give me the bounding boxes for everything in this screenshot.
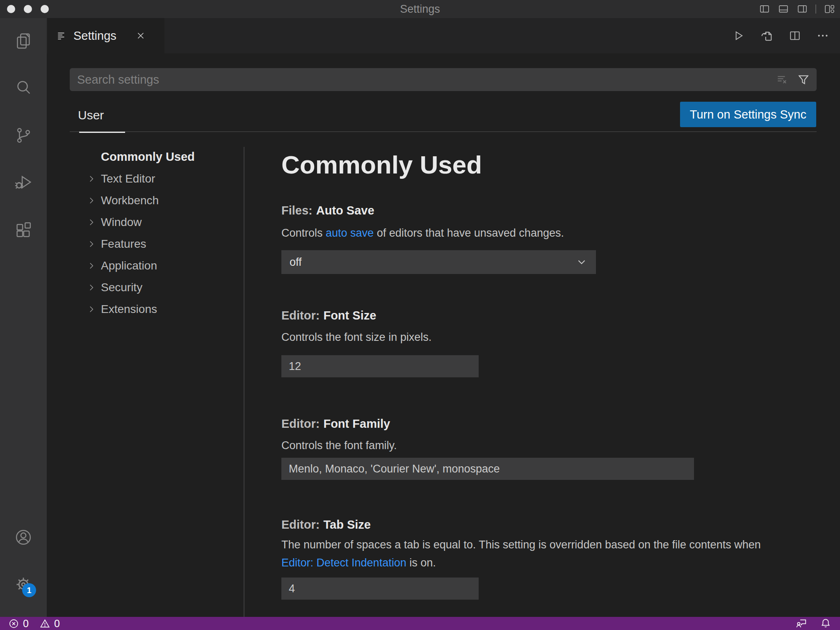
status-bar: 0 0 — [0, 617, 840, 630]
setting-label-tab-size: Editor:Tab Size — [281, 517, 819, 532]
toc-item-window[interactable]: Window — [70, 211, 242, 233]
search-view-icon[interactable] — [14, 78, 33, 97]
settings-badge: 1 — [22, 583, 36, 597]
chevron-right-icon — [86, 217, 97, 228]
toc-item-label: Extensions — [101, 303, 157, 316]
setting-label-auto-save: Files:Auto Save — [281, 203, 819, 218]
close-tab-icon[interactable] — [135, 30, 146, 41]
more-actions-icon[interactable] — [816, 29, 829, 42]
desc-text: Controls — [281, 227, 326, 239]
active-scope-underline — [79, 132, 125, 133]
setting-name: Font Family — [323, 417, 390, 430]
split-editor-icon[interactable] — [788, 29, 801, 42]
settings-gear-icon[interactable]: 1 — [14, 575, 33, 594]
chevron-right-icon — [86, 282, 97, 293]
activity-bar: 1 — [0, 18, 47, 617]
toc-item-label: Security — [101, 281, 142, 294]
setting-desc-auto-save: Controls auto save of editors that have … — [281, 226, 819, 240]
toc-item-features[interactable]: Features — [70, 233, 242, 255]
setting-desc-font-family: Controls the font family. — [281, 438, 819, 453]
setting-name: Font Size — [323, 309, 376, 322]
toc-item-label: Text Editor — [101, 172, 155, 185]
notifications-bell-icon[interactable] — [819, 617, 832, 630]
toc-item-label: Window — [101, 216, 142, 229]
search-settings-box — [70, 68, 817, 91]
setting-desc-font-size: Controls the font size in pixels. — [281, 330, 819, 345]
warnings-count: 0 — [54, 618, 60, 630]
setting-category: Editor: — [281, 309, 320, 322]
chevron-right-icon — [86, 195, 97, 206]
turn-on-settings-sync-button[interactable]: Turn on Settings Sync — [680, 102, 816, 127]
page-title: Commonly Used — [281, 150, 819, 180]
chevron-right-icon — [86, 304, 97, 315]
run-settings-icon[interactable] — [732, 29, 745, 42]
toc-content-divider — [244, 147, 244, 617]
auto-save-value: off — [290, 256, 302, 269]
clear-settings-search-icon[interactable] — [776, 73, 789, 86]
errors-count: 0 — [23, 618, 29, 630]
toc-item-label: Workbench — [101, 194, 159, 207]
setting-label-font-size: Editor:Font Size — [281, 308, 819, 323]
extensions-icon[interactable] — [14, 221, 33, 240]
titlebar: Settings — [0, 0, 840, 18]
explorer-icon[interactable] — [14, 32, 33, 50]
setting-category: Files: — [281, 204, 313, 217]
scope-tab-user[interactable]: User — [78, 98, 104, 132]
source-control-icon[interactable] — [14, 126, 33, 145]
toc-item-extensions[interactable]: Extensions — [70, 298, 242, 320]
problems-status[interactable]: 0 0 — [8, 618, 60, 630]
chevron-right-icon — [86, 260, 97, 271]
toc-item-label: Features — [101, 237, 146, 251]
titlebar-separator — [815, 5, 816, 14]
run-debug-icon[interactable] — [14, 173, 33, 192]
font-family-input[interactable] — [281, 458, 694, 480]
setting-name: Tab Size — [323, 518, 371, 531]
search-settings-input[interactable] — [76, 73, 776, 87]
tab-settings[interactable]: Settings — [47, 18, 164, 53]
setting-category: Editor: — [281, 518, 320, 531]
toc-item-text-editor[interactable]: Text Editor — [70, 168, 242, 189]
toggle-secondary-sidebar-icon[interactable] — [797, 3, 808, 15]
toc-item-commonly-used[interactable]: Commonly Used — [70, 146, 242, 168]
settings-content: Commonly Used Files:Auto Save Controls a… — [281, 132, 819, 617]
setting-label-font-family: Editor:Font Family — [281, 416, 819, 431]
setting-category: Editor: — [281, 417, 320, 430]
desc-text: The number of spaces a tab is equal to. … — [281, 539, 761, 551]
toc-item-label: Application — [101, 259, 157, 272]
detect-indentation-link[interactable]: Editor: Detect Indentation — [281, 557, 406, 569]
toc-item-application[interactable]: Application — [70, 255, 242, 276]
tab-strip: Settings — [47, 18, 840, 53]
filter-settings-icon[interactable] — [797, 73, 810, 86]
setting-desc-tab-size: The number of spaces a tab is equal to. … — [281, 536, 774, 572]
toc-item-label: Commonly Used — [101, 150, 195, 164]
chevron-down-icon — [575, 256, 588, 268]
chevron-right-icon — [86, 239, 97, 249]
auto-save-dropdown[interactable]: off — [281, 250, 596, 274]
warnings-icon — [39, 618, 50, 629]
open-settings-json-icon[interactable] — [760, 29, 774, 43]
settings-editor-icon — [56, 30, 67, 41]
customize-layout-icon[interactable] — [824, 3, 835, 15]
window-title: Settings — [0, 0, 840, 18]
desc-text: is on. — [406, 557, 436, 569]
account-icon[interactable] — [14, 528, 33, 547]
errors-icon — [8, 618, 19, 629]
sync-button-label: Turn on Settings Sync — [690, 108, 806, 121]
feedback-icon[interactable] — [795, 617, 807, 630]
toggle-primary-sidebar-icon[interactable] — [759, 3, 770, 15]
toc-item-workbench[interactable]: Workbench — [70, 189, 242, 211]
tab-size-input[interactable] — [281, 578, 479, 600]
settings-scope-row: User Turn on Settings Sync — [70, 98, 817, 132]
desc-text: of editors that have unsaved changes. — [374, 227, 564, 239]
font-size-input[interactable] — [281, 355, 479, 377]
chevron-right-icon — [86, 173, 97, 184]
tab-label: Settings — [73, 29, 116, 43]
auto-save-link[interactable]: auto save — [326, 227, 374, 239]
toggle-panel-icon[interactable] — [778, 3, 789, 15]
settings-toc: Commonly Used Text Editor Workbench Wind… — [70, 146, 242, 320]
scope-tab-user-label: User — [78, 108, 104, 122]
toc-item-security[interactable]: Security — [70, 276, 242, 298]
setting-name: Auto Save — [316, 204, 374, 217]
